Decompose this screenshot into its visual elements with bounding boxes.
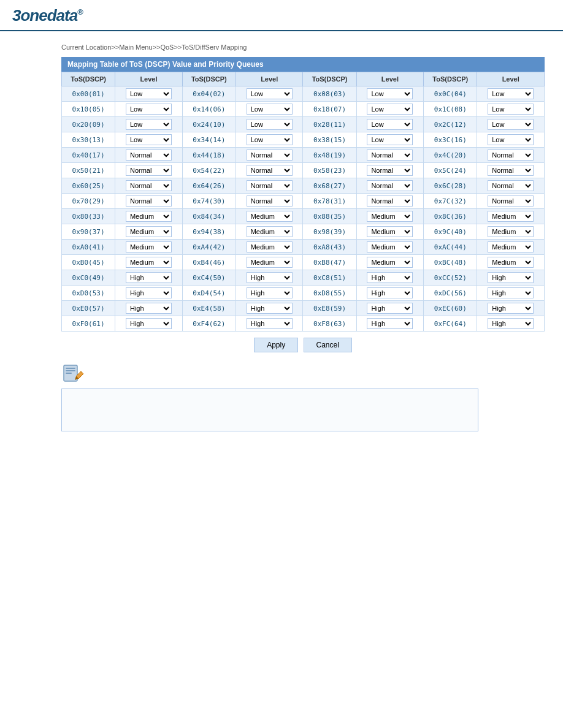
level-select-r10-c2[interactable]: LowNormalMediumHigh: [367, 241, 413, 252]
level-cell-r1-c3[interactable]: LowNormalMediumHigh: [477, 102, 545, 117]
level-select-r15-c2[interactable]: LowNormalMediumHigh: [367, 318, 413, 329]
level-cell-r10-c2[interactable]: LowNormalMediumHigh: [356, 240, 424, 255]
level-select-r10-c3[interactable]: LowNormalMediumHigh: [488, 241, 534, 252]
level-select-r2-c0[interactable]: LowNormalMediumHigh: [126, 119, 172, 130]
level-cell-r12-c1[interactable]: LowNormalMediumHigh: [236, 270, 303, 286]
level-cell-r11-c1[interactable]: LowNormalMediumHigh: [236, 255, 303, 270]
level-select-r13-c1[interactable]: LowNormalMediumHigh: [247, 287, 293, 298]
level-cell-r0-c1[interactable]: LowNormalMediumHigh: [236, 86, 303, 102]
level-cell-r8-c2[interactable]: LowNormalMediumHigh: [356, 209, 424, 224]
level-select-r0-c0[interactable]: LowNormalMediumHigh: [126, 88, 172, 99]
level-select-r5-c0[interactable]: LowNormalMediumHigh: [126, 165, 172, 176]
level-select-r14-c3[interactable]: LowNormalMediumHigh: [488, 303, 534, 314]
level-select-r7-c2[interactable]: LowNormalMediumHigh: [367, 195, 413, 207]
level-cell-r5-c2[interactable]: LowNormalMediumHigh: [356, 163, 424, 178]
level-cell-r3-c0[interactable]: LowNormalMediumHigh: [115, 132, 183, 148]
level-select-r2-c3[interactable]: LowNormalMediumHigh: [488, 119, 534, 130]
level-select-r9-c0[interactable]: LowNormalMediumHigh: [126, 226, 172, 237]
level-select-r15-c0[interactable]: LowNormalMediumHigh: [126, 318, 172, 329]
cancel-button[interactable]: Cancel: [304, 338, 352, 352]
level-select-r4-c2[interactable]: LowNormalMediumHigh: [367, 150, 413, 161]
level-cell-r8-c1[interactable]: LowNormalMediumHigh: [236, 209, 303, 224]
level-select-r4-c3[interactable]: LowNormalMediumHigh: [488, 150, 534, 161]
level-select-r14-c2[interactable]: LowNormalMediumHigh: [367, 303, 413, 314]
level-cell-r14-c3[interactable]: LowNormalMediumHigh: [477, 301, 545, 316]
level-select-r3-c1[interactable]: LowNormalMediumHigh: [247, 134, 293, 145]
level-cell-r5-c1[interactable]: LowNormalMediumHigh: [236, 163, 303, 178]
level-select-r2-c1[interactable]: LowNormalMediumHigh: [247, 119, 293, 130]
level-cell-r15-c2[interactable]: LowNormalMediumHigh: [356, 316, 424, 332]
level-cell-r14-c0[interactable]: LowNormalMediumHigh: [115, 301, 183, 316]
level-select-r11-c2[interactable]: LowNormalMediumHigh: [367, 257, 413, 268]
level-select-r3-c3[interactable]: LowNormalMediumHigh: [488, 134, 534, 145]
level-select-r1-c0[interactable]: LowNormalMediumHigh: [126, 104, 172, 115]
level-cell-r7-c1[interactable]: LowNormalMediumHigh: [236, 194, 303, 209]
level-select-r4-c0[interactable]: LowNormalMediumHigh: [126, 150, 172, 161]
level-select-r9-c1[interactable]: LowNormalMediumHigh: [247, 226, 293, 237]
level-cell-r11-c0[interactable]: LowNormalMediumHigh: [115, 255, 183, 270]
level-cell-r15-c3[interactable]: LowNormalMediumHigh: [477, 316, 545, 332]
level-select-r4-c1[interactable]: LowNormalMediumHigh: [247, 150, 293, 161]
level-select-r12-c0[interactable]: LowNormalMediumHigh: [126, 272, 172, 283]
level-select-r13-c0[interactable]: LowNormalMediumHigh: [126, 287, 172, 298]
level-select-r13-c3[interactable]: LowNormalMediumHigh: [488, 287, 534, 298]
level-select-r13-c2[interactable]: LowNormalMediumHigh: [367, 287, 413, 298]
level-select-r8-c2[interactable]: LowNormalMediumHigh: [367, 211, 413, 222]
level-select-r10-c0[interactable]: LowNormalMediumHigh: [126, 241, 172, 252]
level-select-r6-c3[interactable]: LowNormalMediumHigh: [488, 180, 534, 191]
level-select-r0-c3[interactable]: LowNormalMediumHigh: [488, 88, 534, 99]
level-cell-r6-c2[interactable]: LowNormalMediumHigh: [356, 178, 424, 194]
level-cell-r4-c1[interactable]: LowNormalMediumHigh: [236, 148, 303, 163]
level-select-r10-c1[interactable]: LowNormalMediumHigh: [247, 241, 293, 252]
level-select-r14-c0[interactable]: LowNormalMediumHigh: [126, 303, 172, 314]
level-select-r12-c1[interactable]: LowNormalMediumHigh: [247, 272, 293, 283]
level-select-r7-c0[interactable]: LowNormalMediumHigh: [126, 195, 172, 207]
level-cell-r15-c1[interactable]: LowNormalMediumHigh: [236, 316, 303, 332]
level-select-r5-c3[interactable]: LowNormalMediumHigh: [488, 165, 534, 176]
level-cell-r9-c2[interactable]: LowNormalMediumHigh: [356, 224, 424, 240]
level-select-r6-c1[interactable]: LowNormalMediumHigh: [247, 180, 293, 191]
level-cell-r13-c1[interactable]: LowNormalMediumHigh: [236, 286, 303, 301]
level-cell-r11-c3[interactable]: LowNormalMediumHigh: [477, 255, 545, 270]
level-select-r7-c1[interactable]: LowNormalMediumHigh: [247, 195, 293, 207]
level-cell-r11-c2[interactable]: LowNormalMediumHigh: [356, 255, 424, 270]
level-cell-r13-c2[interactable]: LowNormalMediumHigh: [356, 286, 424, 301]
level-select-r11-c0[interactable]: LowNormalMediumHigh: [126, 257, 172, 268]
level-cell-r3-c1[interactable]: LowNormalMediumHigh: [236, 132, 303, 148]
level-cell-r8-c0[interactable]: LowNormalMediumHigh: [115, 209, 183, 224]
level-cell-r2-c2[interactable]: LowNormalMediumHigh: [356, 117, 424, 132]
level-cell-r4-c2[interactable]: LowNormalMediumHigh: [356, 148, 424, 163]
level-cell-r10-c0[interactable]: LowNormalMediumHigh: [115, 240, 183, 255]
level-select-r3-c0[interactable]: LowNormalMediumHigh: [126, 134, 172, 145]
level-cell-r3-c3[interactable]: LowNormalMediumHigh: [477, 132, 545, 148]
level-select-r15-c3[interactable]: LowNormalMediumHigh: [488, 318, 534, 329]
level-cell-r0-c3[interactable]: LowNormalMediumHigh: [477, 86, 545, 102]
level-select-r6-c0[interactable]: LowNormalMediumHigh: [126, 180, 172, 191]
level-cell-r1-c2[interactable]: LowNormalMediumHigh: [356, 102, 424, 117]
level-select-r8-c0[interactable]: LowNormalMediumHigh: [126, 211, 172, 222]
level-select-r15-c1[interactable]: LowNormalMediumHigh: [247, 318, 293, 329]
level-select-r8-c1[interactable]: LowNormalMediumHigh: [247, 211, 293, 222]
level-cell-r9-c0[interactable]: LowNormalMediumHigh: [115, 224, 183, 240]
level-cell-r13-c0[interactable]: LowNormalMediumHigh: [115, 286, 183, 301]
level-cell-r12-c2[interactable]: LowNormalMediumHigh: [356, 270, 424, 286]
level-select-r3-c2[interactable]: LowNormalMediumHigh: [367, 134, 413, 145]
level-cell-r7-c3[interactable]: LowNormalMediumHigh: [477, 194, 545, 209]
level-cell-r1-c1[interactable]: LowNormalMediumHigh: [236, 102, 303, 117]
level-cell-r15-c0[interactable]: LowNormalMediumHigh: [115, 316, 183, 332]
level-cell-r12-c0[interactable]: LowNormalMediumHigh: [115, 270, 183, 286]
level-cell-r8-c3[interactable]: LowNormalMediumHigh: [477, 209, 545, 224]
level-cell-r6-c3[interactable]: LowNormalMediumHigh: [477, 178, 545, 194]
level-select-r11-c3[interactable]: LowNormalMediumHigh: [488, 257, 534, 268]
level-cell-r10-c1[interactable]: LowNormalMediumHigh: [236, 240, 303, 255]
level-cell-r5-c0[interactable]: LowNormalMediumHigh: [115, 163, 183, 178]
level-cell-r3-c2[interactable]: LowNormalMediumHigh: [356, 132, 424, 148]
level-cell-r5-c3[interactable]: LowNormalMediumHigh: [477, 163, 545, 178]
level-select-r12-c2[interactable]: LowNormalMediumHigh: [367, 272, 413, 283]
level-select-r1-c1[interactable]: LowNormalMediumHigh: [247, 104, 293, 115]
level-cell-r12-c3[interactable]: LowNormalMediumHigh: [477, 270, 545, 286]
level-select-r2-c2[interactable]: LowNormalMediumHigh: [367, 119, 413, 130]
level-cell-r0-c0[interactable]: LowNormalMediumHigh: [115, 86, 183, 102]
level-select-r6-c2[interactable]: LowNormalMediumHigh: [367, 180, 413, 191]
level-cell-r2-c3[interactable]: LowNormalMediumHigh: [477, 117, 545, 132]
